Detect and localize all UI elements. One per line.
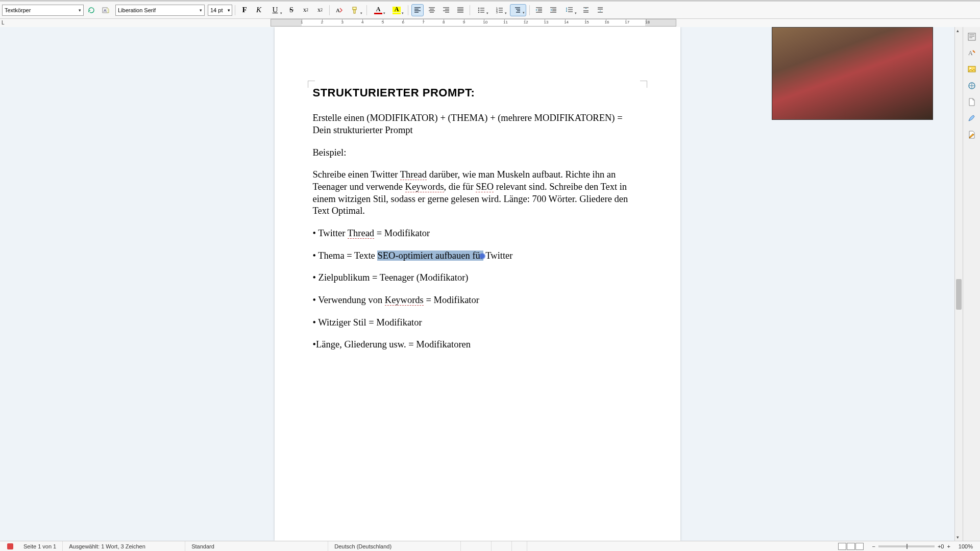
subscript-button[interactable]: x2 xyxy=(314,4,326,16)
align-left-button[interactable] xyxy=(411,4,424,16)
zoom-percent[interactable]: 100% xyxy=(959,543,973,549)
styles-panel-icon[interactable]: A xyxy=(966,47,977,59)
para-beispiel: Beispiel: xyxy=(313,147,642,159)
para-formula: Erstelle einen (MODIFIKATOR) + (THEMA) +… xyxy=(313,112,642,136)
svg-point-14 xyxy=(969,68,971,69)
style-inspector-icon[interactable] xyxy=(966,113,977,124)
view-layout-buttons[interactable] xyxy=(834,543,868,550)
align-right-button[interactable] xyxy=(440,4,452,16)
outline-list-button[interactable] xyxy=(510,4,526,16)
save-indicator-icon[interactable] xyxy=(7,543,13,549)
page-count-cell[interactable]: Seite 1 von 1 xyxy=(17,541,63,551)
svg-rect-3 xyxy=(353,7,356,10)
horizontal-ruler-area: L 123456789101112131415161718 xyxy=(0,19,980,27)
indent-decrease-button[interactable] xyxy=(547,4,559,16)
formatting-toolbar: Textkörper A Liberation Serif 14 pt F K … xyxy=(0,2,980,19)
line-spacing-button[interactable] xyxy=(561,4,578,16)
bullet-4: • Verwendung von Keywords = Modifikator xyxy=(313,294,642,307)
font-size-select[interactable]: 14 pt xyxy=(208,5,232,16)
svg-text:A: A xyxy=(104,8,107,13)
para-space-decrease-button[interactable] xyxy=(594,4,606,16)
scroll-thumb[interactable] xyxy=(956,279,962,310)
svg-point-7 xyxy=(478,11,480,13)
bullet-2: • Thema = Texte SEO-optimiert aufbauen f… xyxy=(313,250,642,262)
selection-mode-cell[interactable] xyxy=(492,541,512,551)
bold-button[interactable]: F xyxy=(238,4,251,16)
svg-text:A: A xyxy=(968,49,973,57)
bullet-list-button[interactable] xyxy=(473,4,489,16)
align-justify-button[interactable] xyxy=(454,4,467,16)
signature-cell[interactable] xyxy=(512,541,527,551)
status-bar: Seite 1 von 1 Ausgewählt: 1 Wort, 3 Zeic… xyxy=(0,541,980,551)
italic-button[interactable]: K xyxy=(253,4,265,16)
update-style-button[interactable] xyxy=(85,4,97,16)
svg-text:A: A xyxy=(336,7,340,13)
svg-rect-4 xyxy=(354,10,355,13)
webcam-overlay xyxy=(772,27,933,120)
superscript-button[interactable]: x2 xyxy=(300,4,312,16)
tab-stop-char[interactable]: L xyxy=(2,20,5,26)
page: STRUKTURIERTER PROMPT: Erstelle einen (M… xyxy=(275,27,680,541)
zoom-out-button[interactable]: − xyxy=(872,543,875,549)
indent-increase-button[interactable] xyxy=(533,4,545,16)
underline-button[interactable]: U xyxy=(267,4,283,16)
manage-changes-icon[interactable] xyxy=(966,129,977,140)
paragraph-style-select[interactable]: Textkörper xyxy=(2,5,84,16)
gallery-panel-icon[interactable] xyxy=(966,64,977,75)
zoom-slider[interactable] xyxy=(878,545,935,547)
language-cell[interactable]: Deutsch (Deutschland) xyxy=(328,541,461,551)
navigator-panel-icon[interactable] xyxy=(966,80,977,91)
properties-panel-icon[interactable] xyxy=(966,31,977,42)
page-style-cell[interactable]: Standard xyxy=(185,541,328,551)
zoom-in-button[interactable]: + xyxy=(947,543,950,549)
font-name-select[interactable]: Liberation Serif xyxy=(115,5,205,16)
right-sidebar: A xyxy=(963,27,980,541)
svg-rect-11 xyxy=(968,33,975,40)
bullet-6: •Länge, Gliederung usw. = Modifikatoren xyxy=(313,339,642,351)
selection-info-cell: Ausgewählt: 1 Wort, 3 Zeichen xyxy=(63,541,185,551)
heading-title: STRUKTURIERTER PROMPT: xyxy=(313,86,642,100)
text-selection: SEO-optimiert aufbauen für xyxy=(377,251,483,261)
font-color-button[interactable]: A xyxy=(370,4,386,16)
svg-point-6 xyxy=(478,9,480,11)
page-panel-icon[interactable] xyxy=(966,96,977,108)
highlight-color-button[interactable]: A xyxy=(388,4,405,16)
clear-format-button[interactable]: A xyxy=(333,4,345,16)
align-center-button[interactable] xyxy=(426,4,438,16)
svg-text:3: 3 xyxy=(496,11,498,14)
para-example-text: Schreibe einen Twitter Thread darüber, w… xyxy=(313,169,642,217)
numbered-list-button[interactable]: 123 xyxy=(492,4,508,16)
document-area[interactable]: STRUKTURIERTER PROMPT: Erstelle einen (M… xyxy=(0,27,954,541)
bullet-3: • Zielpublikum = Teenager (Modifikator) xyxy=(313,272,642,284)
new-style-button[interactable]: A xyxy=(100,4,112,16)
bullet-1: • Twitter Thread = Modifikator xyxy=(313,228,642,240)
para-space-increase-button[interactable] xyxy=(580,4,592,16)
svg-point-5 xyxy=(478,7,480,9)
insert-mode-cell[interactable] xyxy=(461,541,492,551)
bullet-5: • Witziger Stil = Modifikator xyxy=(313,317,642,329)
horizontal-ruler[interactable]: 123456789101112131415161718 xyxy=(271,19,676,27)
clone-format-button[interactable] xyxy=(347,4,363,16)
strike-button[interactable]: S xyxy=(285,4,298,16)
zoom-center-label: +0 xyxy=(938,543,944,549)
vertical-scrollbar[interactable]: ▴ ▾ xyxy=(954,27,963,541)
